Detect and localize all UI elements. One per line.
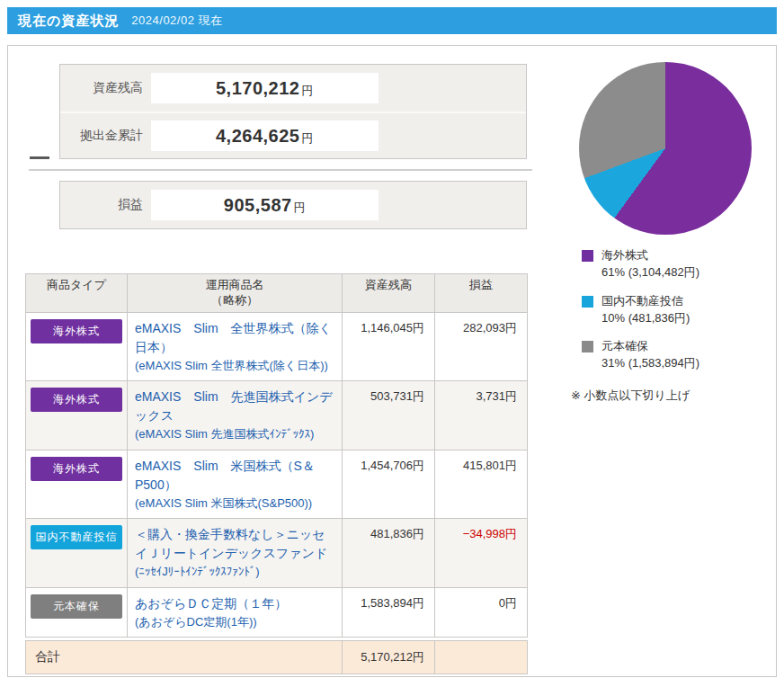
fund-profit: 0円 xyxy=(435,587,528,638)
pie-legend: 海外株式 61% (3,104,482円) 国内不動産投信 10% (481,8… xyxy=(582,247,776,372)
profit-row: 損益 905,587 円 xyxy=(60,182,526,228)
asset-status-panel: 資産残高 5,170,212 円 拠出金累計 4,264,625 円 損益 90… xyxy=(7,45,777,677)
table-row: 国内不動産投信 ＜購入・換金手数料なし＞ニッセイＪリートインデックスファンド (… xyxy=(26,519,528,588)
fund-profit: 282,093円 xyxy=(435,312,528,381)
fund-abbr: (eMAXIS Slim 先進国株式ｲﾝﾃﾞｯｸｽ) xyxy=(135,425,334,443)
fund-profit: −34,998円 xyxy=(435,519,528,588)
asset-balance-value: 5,170,212 xyxy=(216,78,299,99)
profit-label: 損益 xyxy=(60,197,143,213)
asset-balance-valuebox: 5,170,212 円 xyxy=(151,73,379,103)
col-header-product-name: 運用商品名 （略称） xyxy=(128,274,343,313)
col-header-profit: 損益 xyxy=(435,274,528,313)
fund-balance: 481,836円 xyxy=(343,519,435,588)
rounding-note: ※ 小数点以下切り上げ xyxy=(571,388,776,404)
col-header-balance: 資産残高 xyxy=(343,274,435,313)
minus-operator xyxy=(30,156,49,159)
asset-balance-unit: 円 xyxy=(301,78,314,99)
page-title: 現在の資産状況 xyxy=(18,13,119,30)
table-row: 海外株式 eMAXIS Slim 全世界株式（除く日本） (eMAXIS Sli… xyxy=(26,312,528,381)
product-table: 商品タイプ 運用商品名 （略称） 資産残高 損益 海外株式 eMAXIS Sli… xyxy=(25,273,528,638)
legend-label: 元本確保 xyxy=(601,338,699,355)
contribution-total-unit: 円 xyxy=(301,126,314,147)
product-type-badge: 元本確保 xyxy=(31,594,122,619)
contribution-total-valuebox: 4,264,625 円 xyxy=(151,120,379,151)
legend-detail: 61% (3,104,482円) xyxy=(601,264,699,281)
summary-and-table-column: 資産残高 5,170,212 円 拠出金累計 4,264,625 円 損益 90… xyxy=(8,46,558,676)
contribution-total-value: 4,264,625 xyxy=(216,126,299,147)
product-type-badge: 海外株式 xyxy=(31,319,122,343)
fund-name-link[interactable]: eMAXIS Slim 米国株式（S＆P500） xyxy=(135,457,334,495)
total-label: 合計 xyxy=(26,641,343,674)
legend-swatch-principal-protected xyxy=(582,341,593,352)
total-row: 合計 5,170,212円 xyxy=(25,640,528,674)
product-type-badge: 国内不動産投信 xyxy=(31,525,122,549)
legend-detail: 31% (1,583,894円) xyxy=(601,355,699,372)
fund-abbr: (ﾆｯｾｲJﾘｰﾄｲﾝﾃﾞｯｸｽﾌｧﾝﾄﾞ) xyxy=(135,563,334,581)
fund-balance: 1,583,894円 xyxy=(343,587,435,638)
page-title-bar: 現在の資産状況 2024/02/02 現在 xyxy=(7,7,777,34)
balance-contribution-box: 資産残高 5,170,212 円 拠出金累計 4,264,625 円 xyxy=(59,64,527,159)
legend-item: 海外株式 61% (3,104,482円) xyxy=(582,247,776,281)
legend-detail: 10% (481,836円) xyxy=(601,310,690,327)
profit-unit: 円 xyxy=(294,195,307,216)
asset-balance-label: 資産残高 xyxy=(60,80,143,96)
contribution-total-label: 拠出金累計 xyxy=(60,128,143,144)
legend-label: 国内不動産投信 xyxy=(601,293,690,310)
table-row: 海外株式 eMAXIS Slim 先進国株式インデックス (eMAXIS Sli… xyxy=(26,381,528,451)
fund-name-link[interactable]: eMAXIS Slim 先進国株式インデックス xyxy=(135,388,334,425)
product-type-badge: 海外株式 xyxy=(31,457,122,481)
allocation-pie-chart xyxy=(579,62,752,235)
fund-abbr: (あおぞらDC定期(1年)) xyxy=(135,613,334,631)
as-of-date: 2024/02/02 現在 xyxy=(131,13,222,29)
allocation-chart-column: 海外株式 61% (3,104,482円) 国内不動産投信 10% (481,8… xyxy=(558,46,776,676)
fund-profit: 3,731円 xyxy=(435,381,528,451)
legend-item: 元本確保 31% (1,583,894円) xyxy=(582,338,776,372)
total-balance: 5,170,212円 xyxy=(343,641,435,674)
fund-abbr: (eMAXIS Slim 米国株式(S&P500)) xyxy=(135,495,334,513)
contribution-total-row: 拠出金累計 4,264,625 円 xyxy=(60,112,526,158)
table-row: 海外株式 eMAXIS Slim 米国株式（S＆P500） (eMAXIS Sl… xyxy=(26,450,528,519)
legend-swatch-overseas-equity xyxy=(582,250,593,262)
profit-valuebox: 905,587 円 xyxy=(151,190,379,220)
fund-balance: 1,146,045円 xyxy=(343,312,435,381)
fund-name-link[interactable]: ＜購入・換金手数料なし＞ニッセイＪリートインデックスファンド xyxy=(135,525,334,563)
col-header-product-type: 商品タイプ xyxy=(26,274,128,313)
fund-abbr: (eMAXIS Slim 全世界株式(除く日本)) xyxy=(135,357,334,375)
fund-balance: 503,731円 xyxy=(343,381,435,451)
fund-balance: 1,454,706円 xyxy=(343,450,435,519)
legend-item: 国内不動産投信 10% (481,836円) xyxy=(582,293,776,327)
legend-swatch-domestic-reit xyxy=(582,296,593,308)
legend-label: 海外株式 xyxy=(601,247,699,264)
asset-balance-row: 資産残高 5,170,212 円 xyxy=(60,65,526,112)
table-row: 元本確保 あおぞらＤＣ定期（１年） (あおぞらDC定期(1年)) 1,583,8… xyxy=(26,587,528,638)
total-profit-empty xyxy=(435,641,528,674)
profit-value: 905,587 xyxy=(224,195,292,216)
fund-name-link[interactable]: eMAXIS Slim 全世界株式（除く日本） xyxy=(135,319,334,357)
profit-box: 損益 905,587 円 xyxy=(59,181,527,229)
product-table-header-row: 商品タイプ 運用商品名 （略称） 資産残高 損益 xyxy=(26,274,528,313)
fund-profit: 415,801円 xyxy=(435,450,528,519)
fund-name-link[interactable]: あおぞらＤＣ定期（１年） xyxy=(135,594,334,613)
equals-divider xyxy=(29,169,532,171)
product-type-badge: 海外株式 xyxy=(31,388,122,412)
